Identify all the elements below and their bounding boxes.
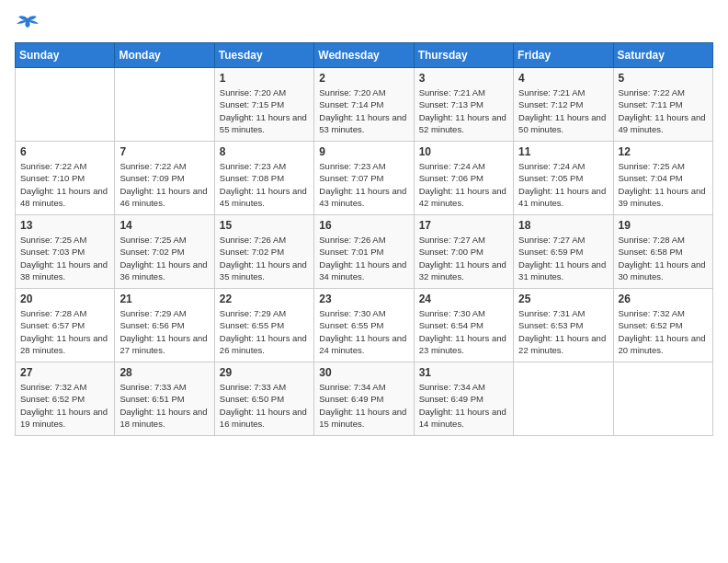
day-cell: 15Sunrise: 7:26 AM Sunset: 7:02 PM Dayli… [214,215,313,289]
day-detail: Sunrise: 7:21 AM Sunset: 7:13 PM Dayligh… [419,86,508,135]
day-cell: 3Sunrise: 7:21 AM Sunset: 7:13 PM Daylig… [414,68,513,142]
day-detail: Sunrise: 7:24 AM Sunset: 7:06 PM Dayligh… [419,160,508,209]
day-cell: 19Sunrise: 7:28 AM Sunset: 6:58 PM Dayli… [613,215,712,289]
day-number: 26 [619,293,708,305]
day-detail: Sunrise: 7:33 AM Sunset: 6:51 PM Dayligh… [119,381,209,430]
day-number: 12 [619,145,708,158]
day-cell: 14Sunrise: 7:25 AM Sunset: 7:02 PM Dayli… [115,215,214,289]
day-cell: 17Sunrise: 7:27 AM Sunset: 7:00 PM Dayli… [414,215,513,289]
day-detail: Sunrise: 7:25 AM Sunset: 7:04 PM Dayligh… [619,160,708,209]
week-row-4: 20Sunrise: 7:28 AM Sunset: 6:57 PM Dayli… [16,289,713,362]
day-detail: Sunrise: 7:30 AM Sunset: 6:55 PM Dayligh… [319,307,408,356]
day-number: 25 [518,293,608,305]
day-cell: 18Sunrise: 7:27 AM Sunset: 6:59 PM Dayli… [514,215,613,289]
day-detail: Sunrise: 7:32 AM Sunset: 6:52 PM Dayligh… [20,381,109,430]
day-detail: Sunrise: 7:22 AM Sunset: 7:11 PM Dayligh… [619,86,708,135]
day-detail: Sunrise: 7:20 AM Sunset: 7:15 PM Dayligh… [220,86,309,135]
day-cell: 6Sunrise: 7:22 AM Sunset: 7:10 PM Daylig… [16,142,115,215]
weekday-header-sunday: Sunday [16,43,115,68]
day-cell: 23Sunrise: 7:30 AM Sunset: 6:55 PM Dayli… [314,289,414,362]
day-number: 4 [518,72,608,85]
week-row-1: 1Sunrise: 7:20 AM Sunset: 7:15 PM Daylig… [16,68,713,142]
day-cell: 20Sunrise: 7:28 AM Sunset: 6:57 PM Dayli… [16,289,115,362]
day-detail: Sunrise: 7:34 AM Sunset: 6:49 PM Dayligh… [319,381,408,430]
day-cell: 21Sunrise: 7:29 AM Sunset: 6:56 PM Dayli… [115,289,214,362]
weekday-header-monday: Monday [115,43,214,68]
day-cell: 30Sunrise: 7:34 AM Sunset: 6:49 PM Dayli… [314,362,414,436]
weekday-header-row: SundayMondayTuesdayWednesdayThursdayFrid… [16,43,713,68]
day-detail: Sunrise: 7:32 AM Sunset: 6:52 PM Dayligh… [619,307,708,356]
day-number: 31 [419,366,508,379]
day-number: 20 [20,293,109,305]
weekday-header-wednesday: Wednesday [314,43,414,68]
day-number: 27 [20,366,109,379]
day-number: 28 [119,366,209,379]
day-number: 29 [220,366,309,379]
day-cell: 10Sunrise: 7:24 AM Sunset: 7:06 PM Dayli… [414,142,513,215]
day-detail: Sunrise: 7:33 AM Sunset: 6:50 PM Dayligh… [220,381,309,430]
day-cell: 22Sunrise: 7:29 AM Sunset: 6:55 PM Dayli… [214,289,313,362]
day-detail: Sunrise: 7:28 AM Sunset: 6:57 PM Dayligh… [20,307,109,356]
day-detail: Sunrise: 7:27 AM Sunset: 7:00 PM Dayligh… [419,234,508,282]
day-cell [16,68,115,142]
day-cell: 25Sunrise: 7:31 AM Sunset: 6:53 PM Dayli… [514,289,613,362]
day-number: 11 [518,145,608,158]
day-cell: 31Sunrise: 7:34 AM Sunset: 6:49 PM Dayli… [414,362,513,436]
day-number: 3 [419,72,508,85]
day-number: 6 [20,145,109,158]
logo [15,15,44,35]
day-detail: Sunrise: 7:21 AM Sunset: 7:12 PM Dayligh… [518,86,608,135]
day-number: 7 [119,145,209,158]
day-detail: Sunrise: 7:30 AM Sunset: 6:54 PM Dayligh… [419,307,508,356]
day-detail: Sunrise: 7:23 AM Sunset: 7:08 PM Dayligh… [220,160,309,209]
day-cell: 12Sunrise: 7:25 AM Sunset: 7:04 PM Dayli… [613,142,712,215]
day-detail: Sunrise: 7:22 AM Sunset: 7:09 PM Dayligh… [119,160,209,209]
day-number: 17 [419,219,508,232]
calendar-table: SundayMondayTuesdayWednesdayThursdayFrid… [15,42,713,436]
day-cell: 9Sunrise: 7:23 AM Sunset: 7:07 PM Daylig… [314,142,414,215]
day-detail: Sunrise: 7:34 AM Sunset: 6:49 PM Dayligh… [419,381,508,430]
day-number: 9 [319,145,408,158]
day-detail: Sunrise: 7:26 AM Sunset: 7:01 PM Dayligh… [319,234,408,282]
day-cell: 26Sunrise: 7:32 AM Sunset: 6:52 PM Dayli… [613,289,712,362]
day-number: 8 [220,145,309,158]
day-detail: Sunrise: 7:25 AM Sunset: 7:03 PM Dayligh… [20,234,109,282]
day-cell [115,68,214,142]
day-number: 24 [419,293,508,305]
day-detail: Sunrise: 7:31 AM Sunset: 6:53 PM Dayligh… [518,307,608,356]
day-number: 10 [419,145,508,158]
day-cell: 2Sunrise: 7:20 AM Sunset: 7:14 PM Daylig… [314,68,414,142]
weekday-header-tuesday: Tuesday [214,43,313,68]
day-number: 23 [319,293,408,305]
day-detail: Sunrise: 7:29 AM Sunset: 6:55 PM Dayligh… [220,307,309,356]
day-detail: Sunrise: 7:22 AM Sunset: 7:10 PM Dayligh… [20,160,109,209]
day-number: 18 [518,219,608,232]
weekday-header-saturday: Saturday [613,43,712,68]
day-number: 15 [220,219,309,232]
day-cell: 29Sunrise: 7:33 AM Sunset: 6:50 PM Dayli… [214,362,313,436]
day-number: 5 [619,72,708,85]
day-detail: Sunrise: 7:20 AM Sunset: 7:14 PM Dayligh… [319,86,408,135]
day-number: 30 [319,366,408,379]
day-detail: Sunrise: 7:25 AM Sunset: 7:02 PM Dayligh… [119,234,209,282]
day-number: 21 [119,293,209,305]
day-cell: 11Sunrise: 7:24 AM Sunset: 7:05 PM Dayli… [514,142,613,215]
day-cell [613,362,712,436]
day-cell: 5Sunrise: 7:22 AM Sunset: 7:11 PM Daylig… [613,68,712,142]
day-cell: 24Sunrise: 7:30 AM Sunset: 6:54 PM Dayli… [414,289,513,362]
day-number: 16 [319,219,408,232]
day-detail: Sunrise: 7:26 AM Sunset: 7:02 PM Dayligh… [220,234,309,282]
week-row-2: 6Sunrise: 7:22 AM Sunset: 7:10 PM Daylig… [16,142,713,215]
week-row-3: 13Sunrise: 7:25 AM Sunset: 7:03 PM Dayli… [16,215,713,289]
day-detail: Sunrise: 7:23 AM Sunset: 7:07 PM Dayligh… [319,160,408,209]
day-cell: 7Sunrise: 7:22 AM Sunset: 7:09 PM Daylig… [115,142,214,215]
day-cell: 4Sunrise: 7:21 AM Sunset: 7:12 PM Daylig… [514,68,613,142]
day-number: 2 [319,72,408,85]
week-row-5: 27Sunrise: 7:32 AM Sunset: 6:52 PM Dayli… [16,362,713,436]
day-number: 14 [119,219,209,232]
day-detail: Sunrise: 7:24 AM Sunset: 7:05 PM Dayligh… [518,160,608,209]
day-number: 22 [220,293,309,305]
logo-bird-icon [15,15,40,35]
day-detail: Sunrise: 7:29 AM Sunset: 6:56 PM Dayligh… [119,307,209,356]
day-cell: 13Sunrise: 7:25 AM Sunset: 7:03 PM Dayli… [16,215,115,289]
